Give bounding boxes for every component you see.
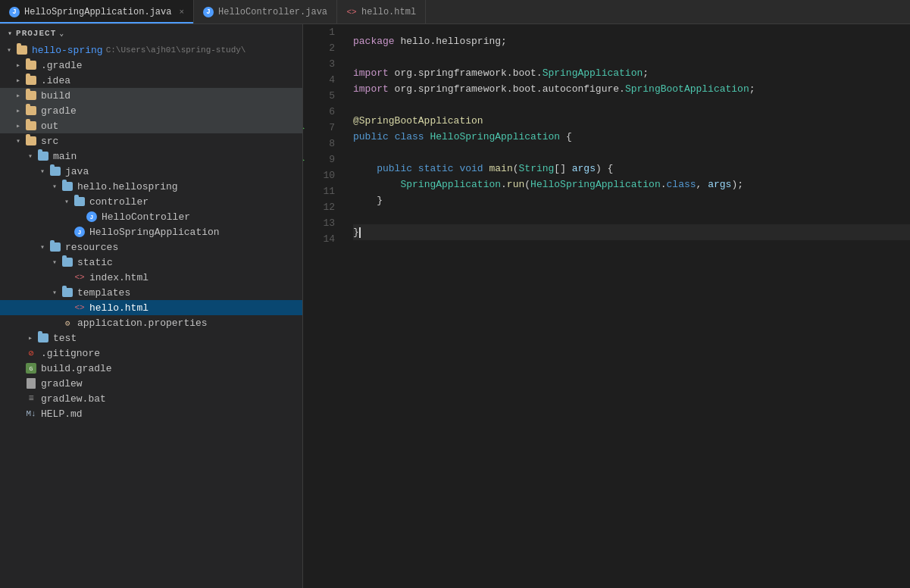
tree-item-label: build.gradle — [41, 363, 112, 374]
tree-arrow — [12, 61, 24, 70]
tree-item-java[interactable]: java — [0, 164, 302, 179]
tree-item-icon — [24, 89, 38, 102]
code-line-5 — [353, 97, 910, 113]
tree-item-label: resources — [65, 242, 118, 253]
tab-bar: J HelloSpringApplication.java × J HelloC… — [0, 0, 910, 24]
tree-item-label: HELP.md — [41, 408, 83, 420]
code-container[interactable]: 123456▶78▶91011121314 package hello.hell… — [303, 24, 910, 588]
tree-item-main[interactable]: main — [0, 149, 302, 164]
project-dropdown-icon[interactable]: ⌄ — [59, 29, 64, 38]
tree-item-appprops[interactable]: ⚙application.properties — [0, 315, 302, 330]
tab-HelloController[interactable]: J HelloController.java — [194, 0, 337, 23]
tree-item-icon — [48, 165, 62, 177]
tree-item-icon: J — [73, 226, 86, 238]
tree-item-label: controller — [89, 196, 149, 208]
tree-item-icon: ⚙ — [61, 317, 74, 329]
tree-arrow — [24, 152, 36, 161]
code-line-2 — [353, 49, 910, 65]
tab-close-button[interactable]: × — [179, 8, 184, 17]
file-tree: .gradle.ideabuildgradleoutsrcmainjavahel… — [0, 58, 302, 421]
tree-item-label: hello.html — [89, 302, 149, 314]
tree-item-label: .gitignore — [41, 348, 100, 359]
code-lines[interactable]: package hello.hellospring; import org.sp… — [341, 24, 910, 588]
root-label: hello-spring — [32, 45, 103, 56]
line-number-4: 4 — [303, 72, 341, 88]
root-path: C:\Users\ajh01\spring-study\ — [106, 45, 246, 55]
tree-arrow — [61, 197, 73, 206]
tree-item-icon — [36, 150, 50, 162]
sidebar: ▾ Project ⌄ hello-spring C:\Users\ajh01\… — [0, 24, 303, 588]
tab-label: hello.html — [361, 7, 416, 17]
tree-item-hellohtml[interactable]: <>hello.html — [0, 300, 302, 315]
code-line-12 — [353, 208, 910, 224]
project-chevron: ▾ — [8, 29, 13, 38]
tree-item-icon: M↓ — [24, 408, 38, 420]
root-folder-icon — [15, 44, 29, 56]
root-arrow — [3, 45, 15, 55]
tree-item-hellospring[interactable]: hello.hellospring — [0, 179, 302, 194]
tree-item-label: gradlew.bat — [41, 393, 106, 405]
tree-item-icon — [24, 120, 38, 132]
tree-item-controller[interactable]: controller — [0, 194, 302, 209]
java-icon: J — [9, 7, 20, 17]
tree-item-gradle[interactable]: .gradle — [0, 58, 302, 73]
tree-item-icon — [24, 105, 38, 117]
tree-item-icon: ≡ — [24, 393, 38, 405]
line-number-12: 12 — [303, 199, 341, 215]
tree-arrow — [48, 288, 61, 297]
sidebar-header: ▾ Project ⌄ — [0, 24, 302, 42]
tree-item-label: index.html — [89, 272, 149, 283]
tree-root[interactable]: hello-spring C:\Users\ajh01\spring-study… — [0, 42, 302, 58]
tree-item-label: HelloController — [102, 211, 190, 223]
code-line-13: } — [353, 224, 910, 240]
code-line-11: } — [353, 192, 910, 208]
tree-arrow — [24, 333, 36, 342]
tree-item-gradlewbat[interactable]: ≡gradlew.bat — [0, 391, 302, 406]
tab-hello-html[interactable]: <> hello.html — [337, 0, 426, 23]
line-numbers: 123456▶78▶91011121314 — [303, 24, 341, 588]
tree-item-label: gradle — [41, 105, 77, 117]
tree-item-gradlew[interactable]: gradlew — [0, 376, 302, 391]
tree-item-templates[interactable]: templates — [0, 285, 302, 300]
tree-item-indexhtml[interactable]: <>index.html — [0, 270, 302, 285]
code-line-1: package hello.hellospring; — [353, 33, 910, 49]
code-line-4: import org.springframework.boot.autoconf… — [353, 81, 910, 97]
tree-item-static[interactable]: static — [0, 255, 302, 270]
tree-item-buildgradle[interactable]: Gbuild.gradle — [0, 361, 302, 376]
tree-item-label: java — [65, 166, 89, 177]
code-line-10: SpringApplication.run(HelloSpringApplica… — [353, 177, 910, 192]
tree-item-build[interactable]: build — [0, 88, 302, 103]
tree-item-label: application.properties — [77, 317, 208, 329]
tree-item-label: test — [53, 333, 77, 344]
tree-item-label: gradlew — [41, 378, 83, 389]
tab-HelloSpringApplication[interactable]: J HelloSpringApplication.java × — [0, 0, 194, 23]
line-number-13: 13 — [303, 215, 341, 231]
tree-item-src[interactable]: src — [0, 133, 302, 149]
tree-item-icon — [24, 74, 38, 86]
tree-item-icon — [73, 195, 86, 208]
tree-arrow — [12, 106, 24, 115]
tree-item-helpmd[interactable]: M↓HELP.md — [0, 406, 302, 421]
tree-item-label: out — [41, 120, 58, 132]
tree-item-icon: G — [24, 362, 38, 374]
tree-item-test[interactable]: test — [0, 330, 302, 346]
tree-item-icon — [61, 180, 74, 192]
tree-arrow — [48, 258, 61, 267]
tree-arrow — [12, 91, 24, 100]
tree-item-out[interactable]: out — [0, 118, 302, 133]
tree-item-idea[interactable]: .idea — [0, 73, 302, 88]
tree-item-resources[interactable]: resources — [0, 239, 302, 255]
tree-item-icon — [61, 286, 74, 299]
tree-item-HelloController[interactable]: JHelloController — [0, 209, 302, 224]
tree-item-HelloSpringApplication[interactable]: JHelloSpringApplication — [0, 224, 302, 239]
html-icon: <> — [346, 7, 357, 17]
tree-arrow — [12, 136, 24, 145]
main-layout: ▾ Project ⌄ hello-spring C:\Users\ajh01\… — [0, 24, 910, 588]
tree-item-gitignore[interactable]: ⊘.gitignore — [0, 346, 302, 361]
tree-item-gradle2[interactable]: gradle — [0, 103, 302, 118]
tree-arrow — [12, 121, 24, 130]
code-line-6: @SpringBootApplication — [353, 113, 910, 129]
tree-item-label: .idea — [41, 75, 70, 86]
tree-item-label: HelloSpringApplication — [89, 227, 220, 238]
tree-item-label: .gradle — [41, 60, 83, 71]
